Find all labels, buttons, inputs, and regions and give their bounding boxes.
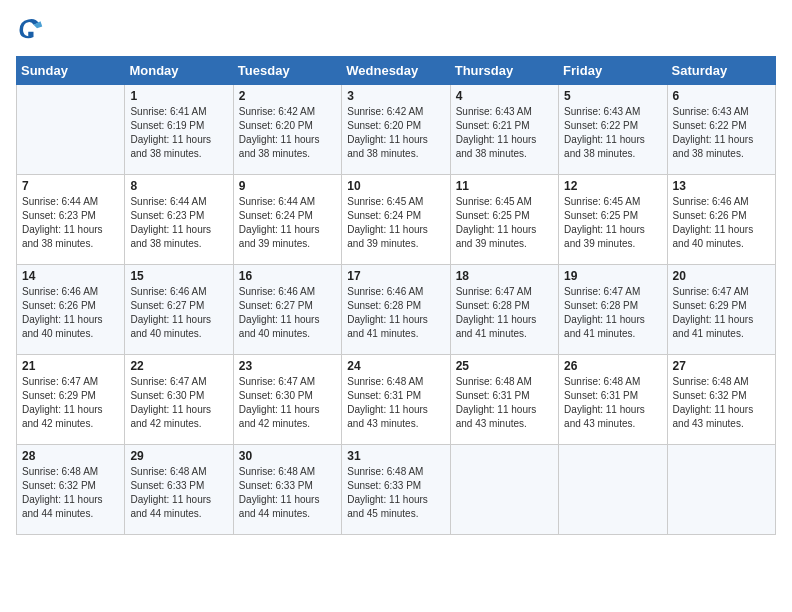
day-info: Sunrise: 6:47 AM Sunset: 6:28 PM Dayligh… (564, 285, 661, 341)
day-number: 25 (456, 359, 553, 373)
weekday-header-thursday: Thursday (450, 57, 558, 85)
calendar-cell (450, 445, 558, 535)
day-info: Sunrise: 6:42 AM Sunset: 6:20 PM Dayligh… (239, 105, 336, 161)
weekday-header-friday: Friday (559, 57, 667, 85)
day-number: 29 (130, 449, 227, 463)
calendar-cell (559, 445, 667, 535)
day-number: 23 (239, 359, 336, 373)
calendar-cell: 12Sunrise: 6:45 AM Sunset: 6:25 PM Dayli… (559, 175, 667, 265)
day-number: 1 (130, 89, 227, 103)
day-number: 15 (130, 269, 227, 283)
day-number: 17 (347, 269, 444, 283)
day-number: 27 (673, 359, 770, 373)
day-number: 19 (564, 269, 661, 283)
calendar-cell: 26Sunrise: 6:48 AM Sunset: 6:31 PM Dayli… (559, 355, 667, 445)
calendar-week-2: 7Sunrise: 6:44 AM Sunset: 6:23 PM Daylig… (17, 175, 776, 265)
day-info: Sunrise: 6:46 AM Sunset: 6:26 PM Dayligh… (22, 285, 119, 341)
day-number: 2 (239, 89, 336, 103)
day-number: 13 (673, 179, 770, 193)
weekday-header-monday: Monday (125, 57, 233, 85)
day-info: Sunrise: 6:48 AM Sunset: 6:33 PM Dayligh… (239, 465, 336, 521)
day-number: 31 (347, 449, 444, 463)
day-number: 16 (239, 269, 336, 283)
day-number: 3 (347, 89, 444, 103)
day-number: 18 (456, 269, 553, 283)
calendar-cell: 4Sunrise: 6:43 AM Sunset: 6:21 PM Daylig… (450, 85, 558, 175)
weekday-header-sunday: Sunday (17, 57, 125, 85)
calendar-table: SundayMondayTuesdayWednesdayThursdayFrid… (16, 56, 776, 535)
day-info: Sunrise: 6:44 AM Sunset: 6:23 PM Dayligh… (22, 195, 119, 251)
calendar-cell: 13Sunrise: 6:46 AM Sunset: 6:26 PM Dayli… (667, 175, 775, 265)
day-number: 5 (564, 89, 661, 103)
day-info: Sunrise: 6:44 AM Sunset: 6:24 PM Dayligh… (239, 195, 336, 251)
calendar-cell: 23Sunrise: 6:47 AM Sunset: 6:30 PM Dayli… (233, 355, 341, 445)
calendar-cell: 28Sunrise: 6:48 AM Sunset: 6:32 PM Dayli… (17, 445, 125, 535)
calendar-cell: 18Sunrise: 6:47 AM Sunset: 6:28 PM Dayli… (450, 265, 558, 355)
calendar-cell: 3Sunrise: 6:42 AM Sunset: 6:20 PM Daylig… (342, 85, 450, 175)
day-number: 6 (673, 89, 770, 103)
day-info: Sunrise: 6:46 AM Sunset: 6:26 PM Dayligh… (673, 195, 770, 251)
day-info: Sunrise: 6:48 AM Sunset: 6:31 PM Dayligh… (347, 375, 444, 431)
header-row: SundayMondayTuesdayWednesdayThursdayFrid… (17, 57, 776, 85)
day-info: Sunrise: 6:45 AM Sunset: 6:25 PM Dayligh… (564, 195, 661, 251)
day-number: 7 (22, 179, 119, 193)
day-info: Sunrise: 6:47 AM Sunset: 6:30 PM Dayligh… (130, 375, 227, 431)
calendar-cell (17, 85, 125, 175)
calendar-cell: 17Sunrise: 6:46 AM Sunset: 6:28 PM Dayli… (342, 265, 450, 355)
calendar-cell: 27Sunrise: 6:48 AM Sunset: 6:32 PM Dayli… (667, 355, 775, 445)
calendar-cell (667, 445, 775, 535)
day-info: Sunrise: 6:46 AM Sunset: 6:27 PM Dayligh… (239, 285, 336, 341)
calendar-cell: 7Sunrise: 6:44 AM Sunset: 6:23 PM Daylig… (17, 175, 125, 265)
calendar-cell: 30Sunrise: 6:48 AM Sunset: 6:33 PM Dayli… (233, 445, 341, 535)
day-info: Sunrise: 6:48 AM Sunset: 6:32 PM Dayligh… (22, 465, 119, 521)
calendar-cell: 31Sunrise: 6:48 AM Sunset: 6:33 PM Dayli… (342, 445, 450, 535)
calendar-cell: 1Sunrise: 6:41 AM Sunset: 6:19 PM Daylig… (125, 85, 233, 175)
day-info: Sunrise: 6:47 AM Sunset: 6:30 PM Dayligh… (239, 375, 336, 431)
day-number: 8 (130, 179, 227, 193)
calendar-cell: 2Sunrise: 6:42 AM Sunset: 6:20 PM Daylig… (233, 85, 341, 175)
calendar-week-4: 21Sunrise: 6:47 AM Sunset: 6:29 PM Dayli… (17, 355, 776, 445)
day-info: Sunrise: 6:48 AM Sunset: 6:33 PM Dayligh… (347, 465, 444, 521)
day-info: Sunrise: 6:43 AM Sunset: 6:21 PM Dayligh… (456, 105, 553, 161)
day-number: 26 (564, 359, 661, 373)
calendar-cell: 5Sunrise: 6:43 AM Sunset: 6:22 PM Daylig… (559, 85, 667, 175)
weekday-header-wednesday: Wednesday (342, 57, 450, 85)
calendar-cell: 16Sunrise: 6:46 AM Sunset: 6:27 PM Dayli… (233, 265, 341, 355)
day-info: Sunrise: 6:45 AM Sunset: 6:25 PM Dayligh… (456, 195, 553, 251)
weekday-header-tuesday: Tuesday (233, 57, 341, 85)
day-info: Sunrise: 6:42 AM Sunset: 6:20 PM Dayligh… (347, 105, 444, 161)
logo-icon (16, 16, 44, 44)
day-info: Sunrise: 6:43 AM Sunset: 6:22 PM Dayligh… (673, 105, 770, 161)
day-number: 22 (130, 359, 227, 373)
calendar-cell: 24Sunrise: 6:48 AM Sunset: 6:31 PM Dayli… (342, 355, 450, 445)
day-info: Sunrise: 6:46 AM Sunset: 6:27 PM Dayligh… (130, 285, 227, 341)
calendar-cell: 14Sunrise: 6:46 AM Sunset: 6:26 PM Dayli… (17, 265, 125, 355)
day-info: Sunrise: 6:48 AM Sunset: 6:32 PM Dayligh… (673, 375, 770, 431)
calendar-cell: 6Sunrise: 6:43 AM Sunset: 6:22 PM Daylig… (667, 85, 775, 175)
day-number: 21 (22, 359, 119, 373)
day-info: Sunrise: 6:48 AM Sunset: 6:31 PM Dayligh… (456, 375, 553, 431)
calendar-cell: 20Sunrise: 6:47 AM Sunset: 6:29 PM Dayli… (667, 265, 775, 355)
calendar-cell: 29Sunrise: 6:48 AM Sunset: 6:33 PM Dayli… (125, 445, 233, 535)
day-info: Sunrise: 6:48 AM Sunset: 6:31 PM Dayligh… (564, 375, 661, 431)
day-number: 20 (673, 269, 770, 283)
calendar-cell: 11Sunrise: 6:45 AM Sunset: 6:25 PM Dayli… (450, 175, 558, 265)
day-number: 12 (564, 179, 661, 193)
day-number: 28 (22, 449, 119, 463)
day-number: 24 (347, 359, 444, 373)
day-info: Sunrise: 6:43 AM Sunset: 6:22 PM Dayligh… (564, 105, 661, 161)
calendar-cell: 15Sunrise: 6:46 AM Sunset: 6:27 PM Dayli… (125, 265, 233, 355)
day-info: Sunrise: 6:47 AM Sunset: 6:29 PM Dayligh… (22, 375, 119, 431)
day-info: Sunrise: 6:48 AM Sunset: 6:33 PM Dayligh… (130, 465, 227, 521)
day-number: 30 (239, 449, 336, 463)
calendar-cell: 22Sunrise: 6:47 AM Sunset: 6:30 PM Dayli… (125, 355, 233, 445)
calendar-cell: 9Sunrise: 6:44 AM Sunset: 6:24 PM Daylig… (233, 175, 341, 265)
day-info: Sunrise: 6:47 AM Sunset: 6:29 PM Dayligh… (673, 285, 770, 341)
calendar-week-5: 28Sunrise: 6:48 AM Sunset: 6:32 PM Dayli… (17, 445, 776, 535)
calendar-body: 1Sunrise: 6:41 AM Sunset: 6:19 PM Daylig… (17, 85, 776, 535)
weekday-header-saturday: Saturday (667, 57, 775, 85)
calendar-cell: 8Sunrise: 6:44 AM Sunset: 6:23 PM Daylig… (125, 175, 233, 265)
day-info: Sunrise: 6:46 AM Sunset: 6:28 PM Dayligh… (347, 285, 444, 341)
day-info: Sunrise: 6:44 AM Sunset: 6:23 PM Dayligh… (130, 195, 227, 251)
day-info: Sunrise: 6:41 AM Sunset: 6:19 PM Dayligh… (130, 105, 227, 161)
